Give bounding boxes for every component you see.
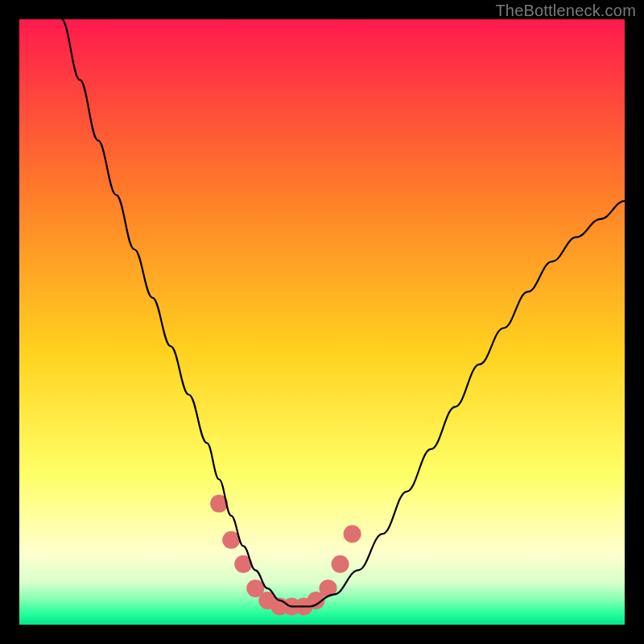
gradient-background <box>19 19 625 625</box>
bottleneck-chart <box>19 19 625 625</box>
marker-dot <box>332 555 349 573</box>
marker-dot <box>344 525 361 543</box>
watermark-text: TheBottleneck.com <box>495 2 636 20</box>
chart-frame <box>19 19 625 625</box>
